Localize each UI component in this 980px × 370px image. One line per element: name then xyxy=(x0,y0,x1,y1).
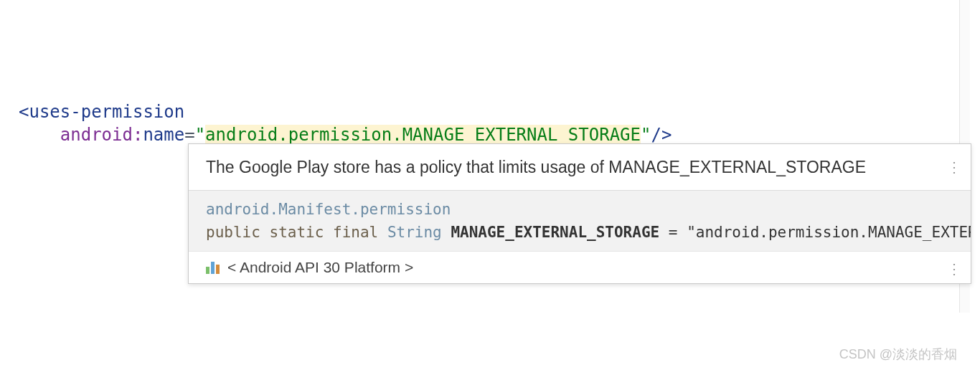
attr-value: android.permission.MANAGE_EXTERNAL_STORA… xyxy=(205,125,641,145)
more-menu-icon[interactable]: ⋮ xyxy=(947,156,961,179)
doc-const: MANAGE_EXTERNAL_STORAGE xyxy=(451,224,659,241)
doc-modifiers: public static final xyxy=(206,224,378,241)
quickdoc-source[interactable]: < Android API 30 Platform > ⋮ xyxy=(189,251,971,283)
source-label: < Android API 30 Platform > xyxy=(227,259,413,276)
quickdoc-popup[interactable]: The Google Play store has a policy that … xyxy=(188,143,971,284)
doc-type: String xyxy=(387,224,442,241)
doc-value: "android.permission.MANAGE_EXTERNAL_ST xyxy=(687,224,971,241)
attr-namespace: android xyxy=(60,125,133,145)
attr-eq: = xyxy=(184,125,194,145)
attr-quote-close: " xyxy=(641,125,651,145)
quickdoc-body: android.Manifest.permission public stati… xyxy=(189,191,971,251)
attr-name: name xyxy=(143,125,184,145)
doc-eq: = xyxy=(659,224,687,241)
doc-class-link[interactable]: android.Manifest.permission xyxy=(206,201,451,218)
lint-warning: The Google Play store has a policy that … xyxy=(189,144,971,191)
tag-close: /> xyxy=(651,125,672,145)
tag-name: uses-permission xyxy=(29,102,184,122)
code-block[interactable]: <uses-permission android:name="android.p… xyxy=(19,100,672,146)
attr-colon: : xyxy=(133,125,143,145)
library-icon xyxy=(206,261,220,274)
tag-open: < xyxy=(19,102,29,122)
watermark: CSDN @淡淡的香烟 xyxy=(839,346,957,363)
warning-text: The Google Play store has a policy that … xyxy=(206,158,866,176)
more-menu-icon[interactable]: ⋮ xyxy=(947,260,961,278)
code-editor[interactable]: <uses-permission android:name="android.p… xyxy=(0,0,970,370)
attr-quote-open: " xyxy=(195,125,205,145)
